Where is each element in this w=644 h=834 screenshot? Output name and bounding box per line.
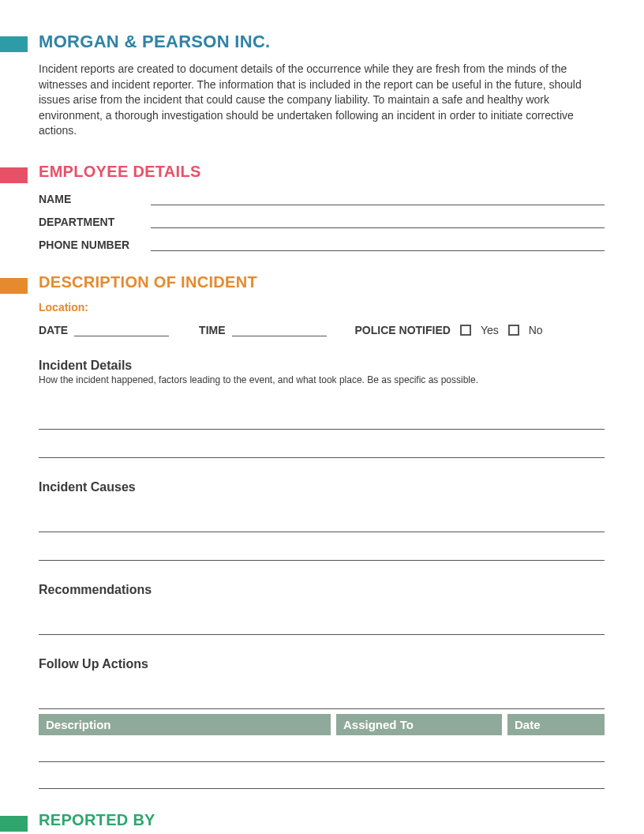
section-tab-green	[0, 816, 28, 832]
phone-input[interactable]	[151, 236, 605, 251]
details-desc: How the incident happened, factors leadi…	[39, 374, 605, 385]
th-date: Date	[507, 714, 605, 735]
reported-section: REPORTED BY Name: Position: Department:	[0, 811, 644, 834]
intro-text: Incident reports are created to document…	[39, 62, 605, 139]
time-input[interactable]	[232, 321, 327, 336]
recommendations-heading: Recommendations	[39, 583, 605, 597]
reported-heading: REPORTED BY	[39, 811, 605, 829]
department-input[interactable]	[151, 213, 605, 228]
company-name: MORGAN & PEARSON INC.	[39, 32, 605, 52]
header-section: MORGAN & PEARSON INC. Incident reports a…	[0, 32, 644, 139]
department-label: DEPARTMENT	[39, 216, 141, 228]
followup-table-header: Description Assigned To Date	[39, 714, 605, 735]
causes-lines[interactable]	[39, 504, 605, 561]
phone-label: PHONE NUMBER	[39, 239, 141, 251]
time-label: TIME	[199, 324, 225, 336]
causes-heading: Incident Causes	[39, 480, 605, 494]
police-no-checkbox[interactable]	[508, 325, 519, 336]
employee-section: EMPLOYEE DETAILS NAME DEPARTMENT PHONE N…	[0, 163, 644, 251]
incident-heading: DESCRIPTION OF INCIDENT	[39, 273, 605, 291]
th-description: Description	[39, 714, 331, 735]
name-field-row: NAME	[39, 190, 605, 205]
police-yes-label: Yes	[481, 324, 499, 336]
phone-field-row: PHONE NUMBER	[39, 236, 605, 251]
police-label: POLICE NOTIFIED	[355, 324, 451, 336]
followup-table-body[interactable]	[39, 735, 605, 789]
police-no-label: No	[529, 324, 543, 336]
name-input[interactable]	[151, 190, 605, 205]
incident-section: DESCRIPTION OF INCIDENT Location: DATE T…	[0, 273, 644, 789]
police-notified-group: POLICE NOTIFIED Yes No	[355, 324, 543, 336]
date-input[interactable]	[74, 321, 169, 336]
followup-lines[interactable]	[39, 681, 605, 709]
th-assigned: Assigned To	[336, 714, 502, 735]
section-tab-red	[0, 167, 28, 183]
details-lines[interactable]	[39, 401, 605, 458]
department-field-row: DEPARTMENT	[39, 213, 605, 228]
date-time-row: DATE TIME POLICE NOTIFIED Yes No	[39, 321, 605, 336]
employee-heading: EMPLOYEE DETAILS	[39, 163, 605, 181]
police-yes-checkbox[interactable]	[460, 325, 471, 336]
name-label: NAME	[39, 193, 141, 205]
recommendations-lines[interactable]	[39, 607, 605, 635]
date-label: DATE	[39, 324, 68, 336]
section-tab-orange	[0, 278, 28, 294]
location-label: Location:	[39, 301, 605, 314]
details-heading: Incident Details	[39, 359, 605, 373]
section-tab-teal	[0, 36, 28, 52]
followup-heading: Follow Up Actions	[39, 657, 605, 671]
